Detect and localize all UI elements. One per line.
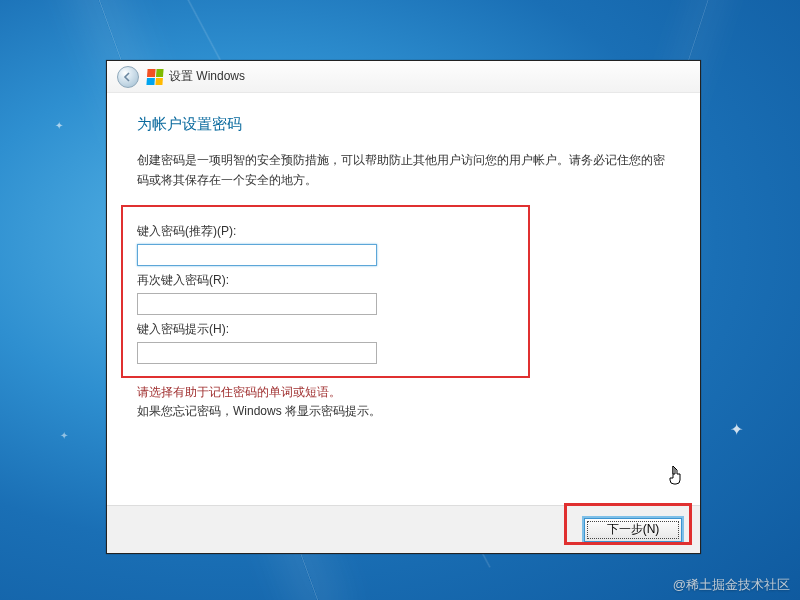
- dialog-footer: 下一步(N): [107, 505, 700, 553]
- password-hint-label: 键入密码提示(H):: [137, 321, 514, 338]
- password-hint-input[interactable]: [137, 342, 377, 364]
- page-description: 创建密码是一项明智的安全预防措施，可以帮助防止其他用户访问您的用户帐户。请务必记…: [137, 150, 670, 191]
- password-label: 键入密码(推荐)(P):: [137, 223, 514, 240]
- dialog-header: 设置 Windows: [107, 61, 700, 93]
- sparkle-icon: ✦: [55, 120, 63, 131]
- page-title: 为帐户设置密码: [137, 115, 670, 134]
- fields-highlight-box: 键入密码(推荐)(P): 再次键入密码(R): 键入密码提示(H):: [121, 205, 530, 378]
- confirm-password-input[interactable]: [137, 293, 377, 315]
- back-button[interactable]: [117, 66, 139, 88]
- password-input[interactable]: [137, 244, 377, 266]
- windows-flag-icon: [146, 69, 163, 85]
- sparkle-icon: ✦: [60, 430, 68, 441]
- hint-help-text-1: 请选择有助于记住密码的单词或短语。: [137, 384, 670, 401]
- confirm-password-label: 再次键入密码(R):: [137, 272, 514, 289]
- watermark-text: @稀土掘金技术社区: [673, 576, 790, 594]
- setup-dialog: 设置 Windows 为帐户设置密码 创建密码是一项明智的安全预防措施，可以帮助…: [106, 60, 701, 554]
- dialog-title: 设置 Windows: [169, 68, 245, 85]
- dialog-content: 为帐户设置密码 创建密码是一项明智的安全预防措施，可以帮助防止其他用户访问您的用…: [107, 93, 700, 420]
- next-button[interactable]: 下一步(N): [584, 518, 682, 542]
- hint-help-text-2: 如果您忘记密码，Windows 将显示密码提示。: [137, 403, 670, 420]
- cursor-icon: [666, 464, 686, 493]
- sparkle-icon: ✦: [730, 420, 743, 439]
